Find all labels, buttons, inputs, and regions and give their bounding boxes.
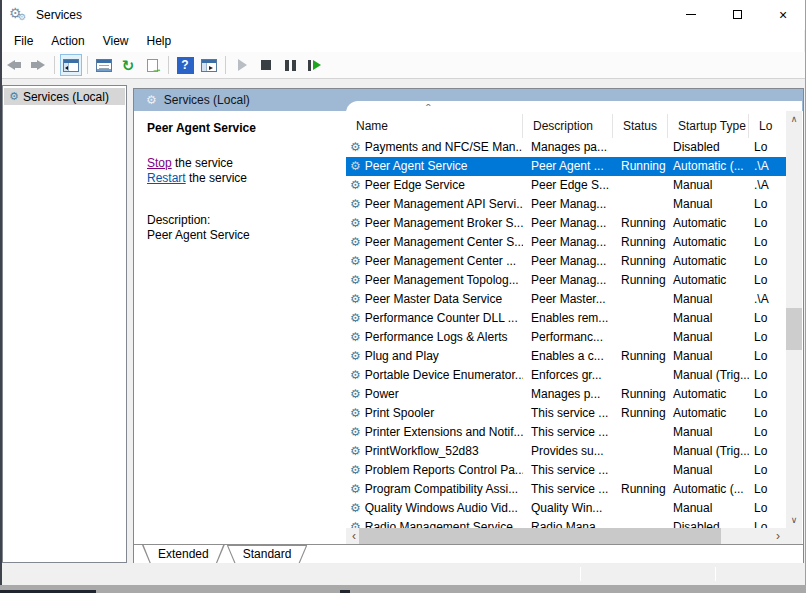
service-gear-icon: ⚙ bbox=[350, 214, 361, 233]
service-gear-icon: ⚙ bbox=[350, 442, 361, 461]
column-header-log-on-as[interactable]: Lo bbox=[749, 114, 786, 138]
cell-description: Peer Master... bbox=[523, 290, 613, 309]
close-button[interactable]: × bbox=[760, 0, 806, 29]
cell-description: Performanc... bbox=[523, 328, 613, 347]
cell-startup: Automatic bbox=[668, 233, 749, 252]
stop-service-link[interactable]: Stop bbox=[147, 156, 172, 170]
table-row[interactable]: ⚙Quality Windows Audio Vid...Quality Win… bbox=[346, 499, 786, 518]
description-label: Description: bbox=[147, 213, 337, 228]
vertical-scrollbar-thumb[interactable] bbox=[786, 308, 802, 350]
restart-service-icon bbox=[308, 60, 321, 71]
cell-logon: Lo bbox=[749, 271, 786, 290]
restart-service-button[interactable] bbox=[303, 54, 325, 76]
table-row[interactable]: ⚙Portable Device Enumerator...Enforces g… bbox=[346, 366, 786, 385]
cell-description: Quality Win... bbox=[523, 499, 613, 518]
horizontal-scrollbar[interactable]: ‹ › bbox=[346, 528, 786, 544]
properties-button[interactable] bbox=[93, 54, 115, 76]
column-header-description[interactable]: Description bbox=[523, 114, 613, 138]
cell-status: Running bbox=[613, 233, 668, 252]
table-row[interactable]: ⚙Program Compatibility Assi...This servi… bbox=[346, 480, 786, 499]
status-bar bbox=[2, 563, 805, 585]
menu-help[interactable]: Help bbox=[138, 31, 181, 51]
tab-extended[interactable]: Extended bbox=[142, 545, 225, 564]
toolbar: ↻ → ? bbox=[2, 52, 805, 79]
cell-status bbox=[613, 290, 668, 309]
table-row[interactable]: ⚙Peer Management Center ...Peer Manag...… bbox=[346, 252, 786, 271]
service-gear-icon: ⚙ bbox=[350, 347, 361, 366]
table-row[interactable]: ⚙Printer Extensions and Notif...This ser… bbox=[346, 423, 786, 442]
back-button[interactable] bbox=[3, 54, 25, 76]
restart-service-link[interactable]: Restart bbox=[147, 171, 186, 185]
table-row[interactable]: ⚙PowerManages p...RunningAutomaticLo bbox=[346, 385, 786, 404]
pause-service-icon bbox=[285, 60, 296, 71]
table-row[interactable]: ⚙Problem Reports Control Pa...This servi… bbox=[346, 461, 786, 480]
horizontal-scrollbar-thumb[interactable] bbox=[359, 528, 721, 544]
table-row[interactable]: ⚙Peer Management Center S...Peer Manag..… bbox=[346, 233, 786, 252]
cell-status: Running bbox=[613, 404, 668, 423]
cell-name: ⚙Peer Management Center S... bbox=[346, 233, 523, 252]
column-header-name[interactable]: ˆ Name bbox=[346, 114, 523, 138]
stop-suffix-text: the service bbox=[172, 156, 233, 170]
cell-name: ⚙Peer Management Center ... bbox=[346, 252, 523, 271]
cell-logon: Lo bbox=[749, 499, 786, 518]
table-row[interactable]: ⚙Performance Counter DLL ...Enables rem.… bbox=[346, 309, 786, 328]
table-row[interactable]: ⚙PrintWorkflow_52d83Provides su...Manual… bbox=[346, 442, 786, 461]
cell-status: Running bbox=[613, 157, 668, 176]
show-hide-action-pane-button[interactable] bbox=[198, 54, 220, 76]
menu-action[interactable]: Action bbox=[42, 31, 93, 51]
tree-item-services-local[interactable]: ⚙ Services (Local) bbox=[4, 88, 125, 105]
table-row[interactable]: ⚙Print SpoolerThis service ...RunningAut… bbox=[346, 404, 786, 423]
cell-status bbox=[613, 442, 668, 461]
scroll-up-icon[interactable]: ∧ bbox=[786, 111, 802, 127]
cell-name: ⚙Radio Management Service bbox=[346, 518, 523, 528]
pause-service-button[interactable] bbox=[279, 54, 301, 76]
cell-logon: .\A bbox=[749, 176, 786, 195]
column-header-startup-type[interactable]: Startup Type bbox=[668, 114, 749, 138]
cell-name: ⚙Performance Counter DLL ... bbox=[346, 309, 523, 328]
services-pane: ⚙ Services (Local) Peer Agent Service St… bbox=[133, 88, 804, 563]
scroll-down-icon[interactable]: ∨ bbox=[786, 512, 802, 528]
table-row[interactable]: ⚙Radio Management ServiceRadio Mana...Di… bbox=[346, 518, 786, 528]
service-gear-icon: ⚙ bbox=[350, 138, 361, 157]
table-row[interactable]: ⚙Peer Management Broker S...Peer Manag..… bbox=[346, 214, 786, 233]
forward-button[interactable] bbox=[27, 54, 49, 76]
table-row[interactable]: ⚙Performance Logs & AlertsPerformanc...M… bbox=[346, 328, 786, 347]
cell-startup: Automatic bbox=[668, 252, 749, 271]
table-row[interactable]: ⚙Peer Management Topolog...Peer Manag...… bbox=[346, 271, 786, 290]
table-row[interactable]: ⚙Peer Master Data ServicePeer Master...M… bbox=[346, 290, 786, 309]
show-hide-console-tree-button[interactable] bbox=[60, 54, 82, 76]
cell-startup: Disabled bbox=[668, 518, 749, 528]
cell-logon: Lo bbox=[749, 347, 786, 366]
stop-service-icon bbox=[261, 60, 271, 70]
cell-status bbox=[613, 518, 668, 528]
menu-file[interactable]: File bbox=[5, 31, 42, 51]
menu-view[interactable]: View bbox=[94, 31, 138, 51]
cell-name: ⚙Peer Management Broker S... bbox=[346, 214, 523, 233]
table-row[interactable]: ⚙Peer Agent ServicePeer Agent ...Running… bbox=[346, 157, 786, 176]
help-button[interactable]: ? bbox=[174, 54, 196, 76]
table-row[interactable]: ⚙Peer Management API Servi...Peer Manag.… bbox=[346, 195, 786, 214]
table-row[interactable]: ⚙Payments and NFC/SE Man...Manages pa...… bbox=[346, 138, 786, 157]
stop-service-line: Stop the service bbox=[147, 156, 337, 171]
restart-suffix-text: the service bbox=[186, 171, 247, 185]
refresh-button[interactable]: ↻ bbox=[117, 54, 139, 76]
cell-logon: Lo bbox=[749, 138, 786, 157]
cell-description: This service ... bbox=[523, 480, 613, 499]
export-list-icon: → bbox=[147, 59, 158, 72]
table-row[interactable]: ⚙Plug and PlayEnables a c...RunningManua… bbox=[346, 347, 786, 366]
tab-standard[interactable]: Standard bbox=[227, 545, 308, 564]
cell-name: ⚙Print Spooler bbox=[346, 404, 523, 423]
cell-status bbox=[613, 461, 668, 480]
start-service-button[interactable] bbox=[231, 54, 253, 76]
table-row[interactable]: ⚙Peer Edge ServicePeer Edge S...Manual.\… bbox=[346, 176, 786, 195]
service-gear-icon: ⚙ bbox=[350, 385, 361, 404]
service-list-body: ⚙Payments and NFC/SE Man...Manages pa...… bbox=[346, 138, 786, 528]
minimize-button[interactable] bbox=[668, 0, 714, 29]
maximize-button[interactable] bbox=[714, 0, 760, 29]
vertical-scrollbar[interactable]: ∧ ∨ bbox=[786, 111, 802, 528]
column-header-status[interactable]: Status bbox=[613, 114, 668, 138]
stop-service-button[interactable] bbox=[255, 54, 277, 76]
export-list-button[interactable]: → bbox=[141, 54, 163, 76]
scroll-right-icon[interactable]: › bbox=[770, 528, 786, 544]
cell-description: Peer Edge S... bbox=[523, 176, 613, 195]
